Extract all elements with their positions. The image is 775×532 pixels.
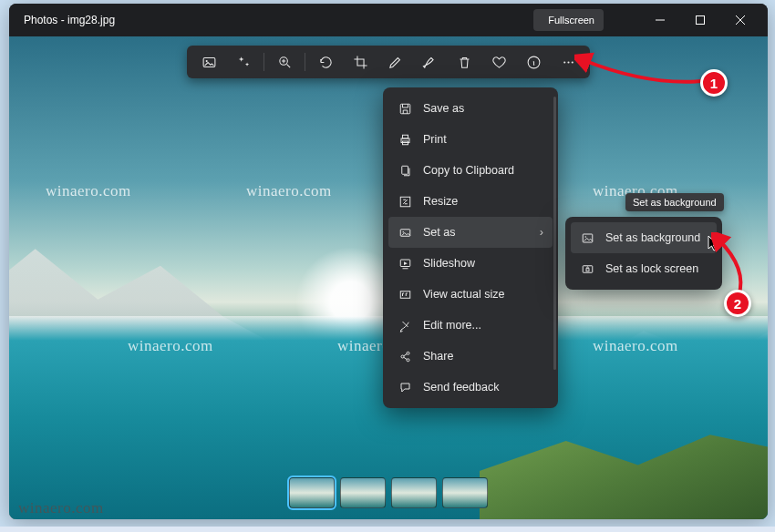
- menu-item-slideshow[interactable]: Slideshow: [388, 248, 553, 279]
- titlebar: Photos - img28.jpg Fullscreen: [9, 4, 768, 36]
- set-as-submenu: Set as backgroundSet as lock screen: [565, 217, 722, 290]
- menu-item-share[interactable]: Share: [388, 341, 553, 372]
- save-icon: [398, 102, 412, 116]
- favorite-button[interactable]: [482, 47, 515, 77]
- crop-button[interactable]: [344, 47, 377, 77]
- filmstrip-thumb[interactable]: [442, 477, 488, 508]
- svg-rect-8: [400, 104, 410, 114]
- svg-rect-10: [402, 135, 408, 138]
- menu-item-resize[interactable]: Resize: [388, 186, 553, 217]
- menu-item-label: Share: [423, 350, 453, 363]
- window-title: Photos - img28.jpg: [24, 14, 533, 26]
- close-button[interactable]: [720, 4, 760, 36]
- toolbar-divider: [264, 53, 264, 71]
- edit-icon: [388, 55, 403, 70]
- trash-icon: [457, 55, 472, 70]
- resize-icon: [398, 195, 412, 209]
- share-icon: [398, 350, 412, 363]
- photo-viewport[interactable]: winaero.com winaero.com winaero.com wina…: [9, 36, 768, 519]
- slideshow-icon: [398, 257, 412, 271]
- svg-point-18: [401, 355, 404, 358]
- desktop-taskbar: [0, 527, 775, 532]
- submenu-item-label: Set as lock screen: [605, 262, 698, 275]
- rotate-button[interactable]: [309, 47, 342, 77]
- svg-rect-24: [586, 268, 589, 271]
- svg-point-19: [407, 352, 409, 354]
- rotate-icon: [318, 55, 334, 70]
- feedback-icon: [398, 381, 412, 394]
- svg-point-5: [563, 61, 565, 63]
- menu-item-save[interactable]: Save as: [388, 93, 553, 124]
- editmore-icon: [398, 319, 412, 332]
- svg-point-6: [567, 61, 569, 63]
- menu-item-label: View actual size: [423, 288, 504, 301]
- copy-icon: [398, 164, 412, 178]
- svg-point-15: [402, 231, 404, 233]
- filmstrip-thumb[interactable]: [340, 477, 386, 508]
- filmstrip-thumb[interactable]: [391, 477, 437, 508]
- actual-icon: [398, 288, 412, 302]
- toolbar-divider: [305, 53, 305, 71]
- menu-item-setas[interactable]: Set as›: [388, 217, 553, 248]
- menu-item-label: Save as: [423, 102, 464, 115]
- submenu-item-bg[interactable]: Set as background: [571, 222, 717, 253]
- context-menu: Save asPrintCopy to ClipboardResizeSet a…: [383, 87, 558, 408]
- sparkles-icon: [236, 55, 252, 70]
- enhance-button[interactable]: [227, 47, 260, 77]
- maximize-button[interactable]: [680, 4, 720, 36]
- svg-rect-0: [697, 16, 705, 25]
- lock-icon: [580, 262, 594, 276]
- svg-rect-17: [400, 291, 410, 298]
- tooltip: Set as background: [625, 193, 724, 211]
- window-controls: [640, 4, 760, 36]
- markup-button[interactable]: [413, 47, 446, 77]
- fullscreen-label: Fullscreen: [548, 15, 594, 26]
- heart-icon: [491, 55, 507, 70]
- fullscreen-button[interactable]: Fullscreen: [533, 9, 604, 31]
- zoom-button[interactable]: [268, 47, 301, 77]
- svg-rect-21: [583, 234, 593, 242]
- menu-item-feedback[interactable]: Send feedback: [388, 372, 553, 403]
- submenu-item-lock[interactable]: Set as lock screen: [571, 253, 717, 284]
- menu-item-actual[interactable]: View actual size: [388, 279, 553, 310]
- svg-point-20: [407, 358, 409, 361]
- markup-icon: [422, 55, 438, 70]
- bg-icon: [580, 231, 594, 245]
- menu-item-label: Edit more...: [423, 319, 481, 332]
- delete-button[interactable]: [448, 47, 480, 77]
- menu-item-label: Print: [423, 133, 447, 146]
- menu-item-label: Slideshow: [423, 257, 475, 270]
- filmstrip-thumb[interactable]: [289, 477, 335, 508]
- menu-scrollbar[interactable]: [553, 97, 556, 370]
- crop-icon: [353, 55, 368, 70]
- menu-item-copy[interactable]: Copy to Clipboard: [388, 155, 553, 186]
- menu-item-label: Send feedback: [423, 381, 499, 394]
- setas-icon: [398, 226, 412, 240]
- svg-point-22: [584, 236, 586, 238]
- menu-item-label: Resize: [423, 195, 458, 208]
- chevron-right-icon: ›: [540, 226, 543, 239]
- photo-toolbar: [187, 46, 590, 78]
- svg-point-2: [205, 60, 207, 62]
- menu-item-label: Copy to Clipboard: [423, 164, 514, 177]
- info-icon: [526, 55, 542, 70]
- svg-rect-12: [401, 166, 408, 174]
- info-button[interactable]: [517, 47, 550, 77]
- filmstrip: [289, 477, 488, 508]
- print-icon: [398, 133, 412, 147]
- more-icon: [561, 55, 576, 70]
- edit-button[interactable]: [378, 47, 411, 77]
- image-icon: [202, 55, 217, 70]
- minimize-button[interactable]: [640, 4, 680, 36]
- submenu-item-label: Set as background: [605, 231, 700, 244]
- image-button[interactable]: [192, 47, 225, 77]
- menu-item-label: Set as: [423, 226, 455, 239]
- menu-item-print[interactable]: Print: [388, 124, 553, 155]
- photos-app-window: Photos - img28.jpg Fullscreen winaero.co…: [9, 4, 768, 519]
- zoom-icon: [277, 55, 293, 70]
- svg-point-7: [571, 61, 573, 63]
- more-button[interactable]: [552, 47, 584, 77]
- menu-item-editmore[interactable]: Edit more...: [388, 310, 553, 341]
